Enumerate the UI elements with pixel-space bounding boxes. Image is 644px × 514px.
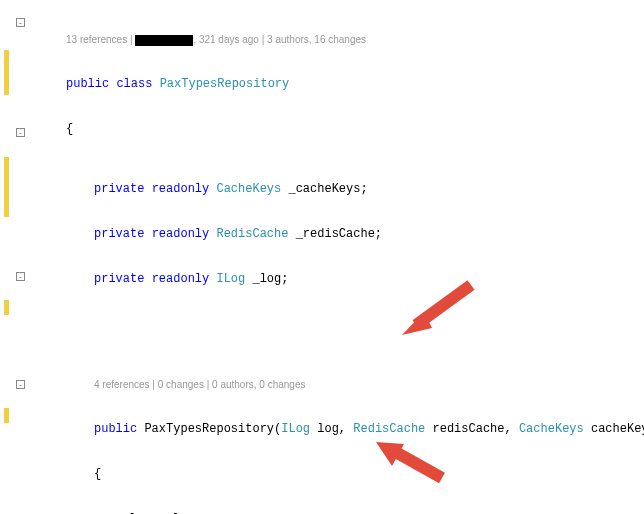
code-line: private readonly RedisCache _redisCache;	[30, 227, 644, 242]
gutter: - - - -	[0, 0, 30, 514]
code-lens[interactable]: 13 references | , 321 days ago | 3 autho…	[30, 32, 644, 47]
change-marker	[4, 50, 9, 95]
code-area[interactable]: 13 references | , 321 days ago | 3 autho…	[30, 0, 644, 514]
code-line: private readonly CacheKeys _cacheKeys;	[30, 182, 644, 197]
fold-icon[interactable]: -	[16, 272, 25, 281]
fold-icon[interactable]: -	[16, 128, 25, 137]
code-line: public PaxTypesRepository(ILog log, Redi…	[30, 422, 644, 437]
code-editor: - - - - 13 references | , 321 days ago |…	[0, 0, 644, 514]
redacted-author	[135, 35, 193, 46]
code-lens[interactable]: 4 references | 0 changes | 0 authors, 0 …	[30, 377, 644, 392]
fold-icon[interactable]: -	[16, 380, 25, 389]
code-line: private readonly ILog _log;	[30, 272, 644, 287]
brace: {	[30, 122, 644, 137]
brace: {	[30, 467, 644, 482]
fold-icon[interactable]: -	[16, 18, 25, 27]
change-marker	[4, 408, 9, 423]
change-marker	[4, 157, 9, 217]
change-marker	[4, 300, 9, 315]
code-line: public class PaxTypesRepository	[30, 77, 644, 92]
